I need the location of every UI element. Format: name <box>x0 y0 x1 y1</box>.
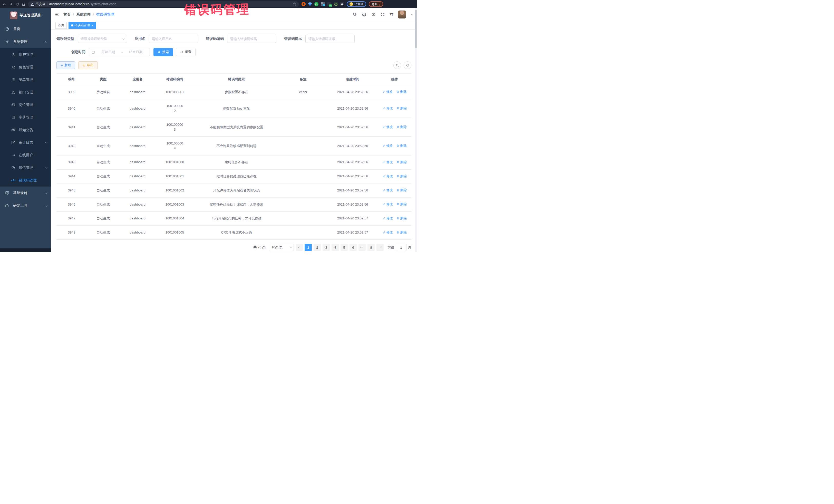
page-button-8[interactable]: 8 <box>368 244 375 251</box>
edit-link[interactable]: 修改 <box>382 202 393 207</box>
page-button-6[interactable]: 6 <box>350 244 357 251</box>
font-size-icon[interactable]: TT <box>390 12 393 17</box>
browser-menu-icon[interactable] <box>379 3 380 6</box>
total-count: 共 76 条 <box>253 245 266 250</box>
edit-link[interactable]: 修改 <box>382 89 393 94</box>
toggle-search-button[interactable] <box>393 61 401 69</box>
cell-remark <box>279 225 327 240</box>
forward-icon[interactable] <box>9 2 13 6</box>
delete-link[interactable]: 删除 <box>396 125 407 130</box>
book-icon <box>11 115 15 119</box>
avatar-caret-icon[interactable] <box>411 14 413 15</box>
sidebar-item-roles[interactable]: 角色管理 <box>0 61 51 73</box>
tab-home[interactable]: 首页 <box>56 22 67 29</box>
sidebar-item-posts[interactable]: 岗位管理 <box>0 98 51 111</box>
edit-link[interactable]: 修改 <box>382 143 393 148</box>
page-button-2[interactable]: 2 <box>313 244 321 251</box>
delete-link[interactable]: 删除 <box>396 230 407 235</box>
extension-onetab-icon[interactable]: on <box>327 2 331 6</box>
tab-error-code[interactable]: 错误码管理 × <box>68 22 96 29</box>
reload-icon[interactable] <box>15 2 19 6</box>
cell-code: 1001001004 <box>155 212 194 225</box>
delete-link[interactable]: 删除 <box>396 89 407 94</box>
delete-link[interactable]: 删除 <box>396 188 407 193</box>
delete-link[interactable]: 删除 <box>396 106 407 111</box>
edit-link[interactable]: 修改 <box>382 174 393 179</box>
sidebar-item-users[interactable]: 用户管理 <box>0 48 51 61</box>
delete-link[interactable]: 删除 <box>396 174 407 179</box>
sidebar-item-system[interactable]: 系统管理 <box>0 36 51 48</box>
vertical-scrollbar[interactable] <box>415 8 417 252</box>
github-icon[interactable] <box>362 12 367 17</box>
app-title: 芋道管理系统 <box>20 13 41 18</box>
goto-page-input[interactable] <box>396 244 407 251</box>
sidebar-item-departments[interactable]: 部门管理 <box>0 86 51 98</box>
sidebar-item-infra[interactable]: 基础设施 <box>0 187 51 199</box>
extension-green-icon[interactable] <box>314 2 319 6</box>
edit-link[interactable]: 修改 <box>382 216 393 221</box>
delete-link[interactable]: 删除 <box>396 216 407 221</box>
add-button[interactable]: + 新增 <box>57 61 75 69</box>
profile-emoji-icon <box>350 2 353 6</box>
fullscreen-icon[interactable] <box>380 12 385 17</box>
search-icon[interactable] <box>353 12 357 17</box>
cell-remark <box>279 99 327 118</box>
sidebar-item-audit-log[interactable]: 审计日志 <box>0 136 51 149</box>
edit-link[interactable]: 修改 <box>382 188 393 193</box>
scrollbar-thumb[interactable] <box>415 10 417 48</box>
export-button[interactable]: 导出 <box>78 61 98 69</box>
table-row: 3941 自动生成 dashboard 100100000 3 不能删除类型为系… <box>57 118 411 136</box>
delete-link[interactable]: 删除 <box>396 160 407 165</box>
error-type-select[interactable]: 请选择错误码类型 <box>78 35 127 43</box>
page-button-1[interactable]: 1 <box>305 244 312 251</box>
security-label[interactable]: 不安全 <box>36 2 45 6</box>
prev-page-button[interactable] <box>295 244 303 251</box>
search-button[interactable]: 搜索 <box>153 48 173 56</box>
extension-grid-icon[interactable] <box>321 2 325 6</box>
sidebar-item-menus[interactable]: 菜单管理 <box>0 73 51 86</box>
app-name-input[interactable] <box>149 35 198 43</box>
sidebar-item-home[interactable]: 首页 <box>0 23 51 36</box>
breadcrumb-home[interactable]: 首页 <box>63 12 70 17</box>
gear-icon <box>5 40 9 44</box>
extensions-puzzle-icon[interactable] <box>340 2 344 6</box>
error-code-input[interactable] <box>227 35 277 43</box>
edit-link[interactable]: 修改 <box>382 230 393 235</box>
extension-key-icon[interactable] <box>334 2 338 6</box>
delete-link[interactable]: 删除 <box>396 143 407 148</box>
reset-button[interactable]: 重置 <box>176 48 196 56</box>
page-button-5[interactable]: 5 <box>341 244 348 251</box>
sidebar-item-dict[interactable]: 字典管理 <box>0 111 51 124</box>
error-message-input[interactable] <box>305 35 355 43</box>
delete-link[interactable]: 删除 <box>396 202 407 207</box>
page-size-select[interactable]: 10条/页 <box>269 244 294 251</box>
sidebar-item-online-users[interactable]: 在线用户 <box>0 149 51 161</box>
breadcrumb-system[interactable]: 系统管理 <box>76 12 91 17</box>
sidebar-item-sms[interactable]: 短信管理 <box>0 161 51 174</box>
page-button-3[interactable]: 3 <box>323 244 330 251</box>
back-icon[interactable] <box>3 2 6 6</box>
bookmark-star-icon[interactable] <box>293 2 297 6</box>
date-range-picker[interactable]: 开始日期 - 结束日期 <box>89 48 150 56</box>
sidebar-logo-row[interactable]: 芋道管理系统 <box>0 8 51 23</box>
sidebar-item-notices[interactable]: 通知公告 <box>0 124 51 136</box>
close-icon[interactable]: × <box>92 24 93 27</box>
page-ellipsis[interactable]: ••• <box>358 244 366 251</box>
browser-update-button[interactable]: 更新 <box>369 1 383 7</box>
edit-link[interactable]: 修改 <box>382 106 393 111</box>
browser-profile-button[interactable]: 已暂停 <box>347 1 366 7</box>
home-icon[interactable] <box>22 2 25 6</box>
edit-link[interactable]: 修改 <box>382 160 393 165</box>
user-avatar[interactable] <box>398 10 406 19</box>
sidebar-item-devtools[interactable]: 研发工具 <box>0 199 51 212</box>
hamburger-icon[interactable] <box>51 12 63 17</box>
sidebar-item-error-code[interactable]: </> 错误码管理 <box>0 174 51 187</box>
help-icon[interactable] <box>371 12 376 17</box>
edit-link[interactable]: 修改 <box>382 125 393 130</box>
page-button-4[interactable]: 4 <box>332 244 339 251</box>
extension-gem-icon[interactable] <box>308 2 312 6</box>
next-page-button[interactable] <box>376 244 383 251</box>
refresh-table-button[interactable] <box>404 61 411 69</box>
extension-orange-icon[interactable] <box>302 2 306 6</box>
address-bar[interactable]: 不安全 dashboard.yudao.iocoder.cn/system/er… <box>28 1 299 7</box>
